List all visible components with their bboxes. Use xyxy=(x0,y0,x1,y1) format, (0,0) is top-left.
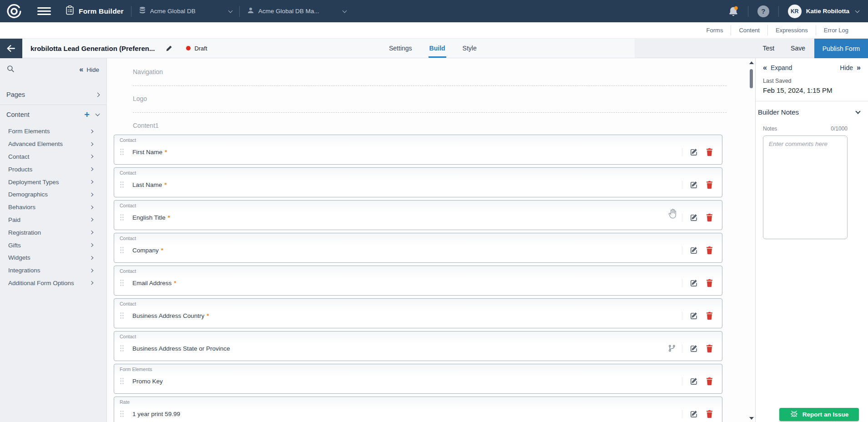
sidebar-hide-control[interactable]: « Hide xyxy=(79,66,99,73)
delete-field-trash-icon[interactable] xyxy=(706,345,713,352)
sidebar-category-item[interactable]: Additional Form Options xyxy=(0,277,106,290)
builder-tab[interactable]: Style xyxy=(463,39,477,58)
edit-field-icon[interactable] xyxy=(690,344,698,352)
delete-field-trash-icon[interactable] xyxy=(706,214,713,221)
sidebar-category-item[interactable]: Advanced Elements xyxy=(0,138,106,151)
drag-handle-icon[interactable] xyxy=(120,312,124,319)
sidebar-category-item[interactable]: Contact xyxy=(0,151,106,163)
sidebar-category-item[interactable]: Behaviors xyxy=(0,201,106,214)
save-button[interactable]: Save xyxy=(791,45,805,52)
sidebar-category-item[interactable]: Form Elements xyxy=(0,125,106,138)
search-icon[interactable] xyxy=(7,65,15,75)
delete-field-trash-icon[interactable] xyxy=(706,181,713,189)
field-card[interactable]: Contact English Title * xyxy=(114,200,722,230)
field-card[interactable]: Contact Business Address State or Provin… xyxy=(114,331,722,361)
edit-field-icon[interactable] xyxy=(690,311,698,320)
panel-hide-control[interactable]: Hide » xyxy=(840,64,861,71)
builder-notes-header[interactable]: Builder Notes xyxy=(758,108,860,116)
profile-selector-value: Acme Global DB Ma... xyxy=(258,8,319,15)
secondary-nav-link[interactable]: Expressions xyxy=(767,25,816,35)
chevron-down-icon[interactable] xyxy=(96,112,100,116)
drag-handle-icon[interactable] xyxy=(120,410,124,417)
test-button[interactable]: Test xyxy=(762,45,774,52)
panel-hide-label: Hide xyxy=(840,64,853,71)
sidebar-category-label: Form Elements xyxy=(8,128,50,135)
sidebar-category-label: Integrations xyxy=(8,267,40,274)
scroll-down-arrow[interactable] xyxy=(749,417,754,420)
scroll-up-arrow[interactable] xyxy=(749,61,754,64)
field-card[interactable]: Contact Last Name * xyxy=(114,167,722,197)
sidebar-section-pages[interactable]: Pages xyxy=(0,88,106,101)
delete-field-trash-icon[interactable] xyxy=(706,377,713,385)
panel-expand-control[interactable]: « Expand xyxy=(763,64,792,71)
notes-char-counter: 0/1000 xyxy=(831,126,848,132)
back-button[interactable] xyxy=(0,39,22,58)
field-card[interactable]: Contact Email Address * xyxy=(114,266,722,296)
delete-field-trash-icon[interactable] xyxy=(706,279,713,287)
drag-handle-icon[interactable] xyxy=(120,214,124,221)
edit-title-pencil-icon[interactable] xyxy=(166,45,172,52)
chevron-down-icon xyxy=(342,8,347,13)
bug-icon xyxy=(790,410,798,419)
edit-field-icon[interactable] xyxy=(690,148,698,156)
delete-field-trash-icon[interactable] xyxy=(706,312,713,320)
omeda-logo-icon[interactable] xyxy=(6,4,22,19)
required-marker: * xyxy=(174,280,176,286)
drag-handle-icon[interactable] xyxy=(120,181,124,188)
scroll-thumb[interactable] xyxy=(750,69,753,88)
drag-handle-icon[interactable] xyxy=(120,345,124,352)
builder-tab[interactable]: Settings xyxy=(389,39,412,58)
builder-tab[interactable]: Build xyxy=(429,39,445,58)
sidebar-category-item[interactable]: Registration xyxy=(0,226,106,239)
user-menu[interactable]: KR Katie Robilotta xyxy=(788,5,859,18)
field-card[interactable]: Contact Business Address Country * xyxy=(114,298,722,328)
sidebar-category-item[interactable]: Gifts xyxy=(0,239,106,251)
chevron-right-icon xyxy=(90,205,93,209)
required-marker: * xyxy=(165,149,167,156)
field-name: Business Address State or Province xyxy=(132,345,230,352)
field-card[interactable]: Contact Company * xyxy=(114,233,722,263)
drag-handle-icon[interactable] xyxy=(120,246,124,254)
help-icon[interactable]: ? xyxy=(757,5,769,17)
add-content-icon[interactable]: + xyxy=(84,110,90,119)
edit-field-icon[interactable] xyxy=(690,181,698,189)
edit-field-icon[interactable] xyxy=(690,410,698,418)
edit-field-icon[interactable] xyxy=(690,279,698,287)
publish-form-button[interactable]: Publish Form xyxy=(814,39,868,58)
form-title-bar: krobilotta Lead Generation (Preferen... … xyxy=(0,39,868,58)
drag-handle-icon[interactable] xyxy=(120,148,124,156)
sidebar-hide-label: Hide xyxy=(86,66,99,73)
database-selector[interactable]: Acme Global DB xyxy=(139,6,232,16)
sidebar-section-content[interactable]: Content + xyxy=(0,108,106,121)
status-badge: Draft xyxy=(194,45,207,52)
secondary-nav-link[interactable]: Error Log xyxy=(816,25,856,35)
form-canvas: Navigation Logo Content1 Contact First N… xyxy=(107,58,755,422)
sidebar-category-item[interactable]: Integrations xyxy=(0,264,106,277)
sidebar-category-label: Registration xyxy=(8,229,41,236)
report-issue-button[interactable]: Report an Issue xyxy=(779,408,859,421)
delete-field-trash-icon[interactable] xyxy=(706,148,713,156)
secondary-nav-link[interactable]: Forms xyxy=(699,25,731,35)
notifications-bell-icon[interactable] xyxy=(728,5,739,17)
logic-branch-icon[interactable] xyxy=(668,345,676,352)
field-card[interactable]: Form Elements Promo Key * xyxy=(114,364,722,394)
field-card[interactable]: Rate 1 year print 59.99 * xyxy=(114,397,722,422)
field-card[interactable]: Contact First Name * xyxy=(114,135,722,165)
drag-handle-icon[interactable] xyxy=(120,377,124,385)
delete-field-trash-icon[interactable] xyxy=(706,410,713,418)
notes-textarea[interactable] xyxy=(763,136,848,239)
secondary-nav-link[interactable]: Content xyxy=(731,25,767,35)
profile-selector[interactable]: Acme Global DB Ma... xyxy=(247,7,346,15)
sidebar-category-item[interactable]: Demographics xyxy=(0,188,106,201)
sidebar-category-item[interactable]: Widgets xyxy=(0,251,106,264)
hamburger-menu-icon[interactable] xyxy=(37,6,51,16)
field-card-row: Promo Key * xyxy=(114,372,722,393)
delete-field-trash-icon[interactable] xyxy=(706,246,713,254)
sidebar-category-item[interactable]: Paid xyxy=(0,214,106,226)
drag-handle-icon[interactable] xyxy=(120,279,124,286)
edit-field-icon[interactable] xyxy=(690,213,698,221)
sidebar-category-item[interactable]: Products xyxy=(0,163,106,176)
sidebar-category-item[interactable]: Deployment Types xyxy=(0,176,106,188)
edit-field-icon[interactable] xyxy=(690,246,698,254)
edit-field-icon[interactable] xyxy=(690,377,698,385)
